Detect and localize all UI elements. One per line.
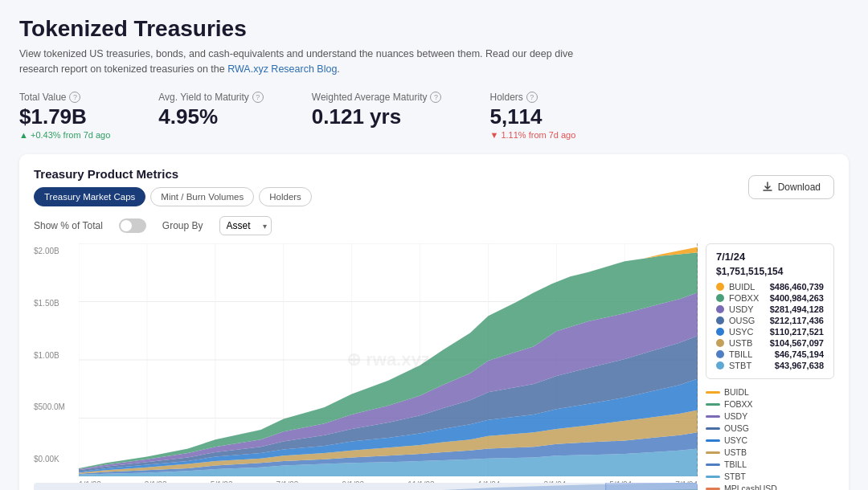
tooltip-row: BUIDL $486,460,739 <box>716 282 824 292</box>
legend-row: OUSG <box>706 423 834 433</box>
page-description: View tokenized US treasuries, bonds, and… <box>19 47 582 77</box>
tooltip-dot <box>716 339 724 347</box>
tab-group: Treasury Market Caps Mint / Burn Volumes… <box>34 187 312 206</box>
legend-row: USTB <box>706 447 834 457</box>
y-label-2: $1.00B <box>34 351 74 360</box>
tooltip-dot <box>716 361 724 370</box>
legend-item-name: USYC <box>724 435 747 445</box>
holders-change: ▼ 1.11% from 7d ago <box>489 130 575 140</box>
tooltip-item-name: TBILL <box>729 349 763 359</box>
group-by-label: Group By <box>162 220 203 231</box>
header-section: Tokenized Treasuries View tokenized US t… <box>19 16 849 77</box>
chart-with-yaxis: $2.00B $1.50B $1.00B $500.0M $0.00K ⊕ rw… <box>34 243 698 476</box>
metric-total-value: Total Value ? $1.79B ▲ +0.43% from 7d ag… <box>19 92 110 141</box>
legend-line <box>706 439 720 442</box>
tooltip-item-value: $281,494,128 <box>770 304 824 314</box>
metric-weighted-maturity: Weighted Average Maturity ? 0.121 yrs <box>312 92 442 141</box>
legend-item-name: BUIDL <box>724 387 749 397</box>
tooltip-row: TBILL $46,745,194 <box>716 349 824 359</box>
tooltip-item-value: $43,967,638 <box>775 361 824 370</box>
tab-holders[interactable]: Holders <box>259 187 312 206</box>
tooltip-item-value: $400,984,263 <box>770 293 824 303</box>
area-chart-svg <box>79 243 698 476</box>
tooltip-row: OUSG $212,117,436 <box>716 316 824 325</box>
tooltip-item-name: OUSG <box>729 316 763 325</box>
tooltip-item-name: USDY <box>729 304 763 314</box>
total-value-info-icon[interactable]: ? <box>69 92 80 103</box>
legend-row: FOBXX <box>706 399 834 409</box>
legend-line <box>706 427 720 430</box>
minimap[interactable] <box>34 483 698 490</box>
metrics-row: Total Value ? $1.79B ▲ +0.43% from 7d ag… <box>19 92 849 141</box>
legend-box: BUIDL FOBXX USDY OUSG USYC USTB TBILL ST… <box>706 387 834 490</box>
tab-treasury-market-caps[interactable]: Treasury Market Caps <box>34 187 145 206</box>
legend-item-name: USTB <box>724 447 747 457</box>
metric-holders: Holders ? 5,114 ▼ 1.11% from 7d ago <box>489 92 575 141</box>
tooltip-items: BUIDL $486,460,739 FOBXX $400,984,263 US… <box>716 282 824 370</box>
y-label-4: $0.00K <box>34 455 74 463</box>
legend-row: BUIDL <box>706 387 834 397</box>
tooltip-item-value: $110,217,521 <box>770 327 824 337</box>
metric-avg-yield: Avg. Yield to Maturity ? 4.95% <box>158 92 264 141</box>
legend-line <box>706 403 720 406</box>
show-pct-toggle[interactable] <box>119 218 146 233</box>
research-blog-link[interactable]: RWA.xyz Research Blog <box>227 63 337 75</box>
legend-line <box>706 451 720 454</box>
tooltip-item-value: $104,567,097 <box>770 338 824 348</box>
tooltip-item-name: FOBXX <box>729 293 763 303</box>
legend-line <box>706 488 720 490</box>
download-icon <box>762 182 773 193</box>
svg-rect-16 <box>606 483 698 490</box>
legend-row: MPLcashUSD <box>706 484 834 490</box>
chart-title: Treasury Product Metrics <box>34 167 312 181</box>
tooltip-item-name: USTB <box>729 338 763 348</box>
legend-row: STBT <box>706 472 834 481</box>
avg-yield-value: 4.95% <box>158 105 264 129</box>
tooltip-dot <box>716 294 724 302</box>
tooltip-total: $1,751,515,154 <box>716 266 824 277</box>
y-label-0: $2.00B <box>34 247 74 255</box>
legend-item-name: USDY <box>724 411 747 421</box>
tooltip-dot <box>716 328 724 336</box>
minimap-section: Jan '23 May '23 Sep '23 Jan '24 May '24 … <box>34 483 698 490</box>
y-axis: $2.00B $1.50B $1.00B $500.0M $0.00K <box>34 243 79 476</box>
download-button[interactable]: Download <box>748 175 834 199</box>
legend-line <box>706 415 720 418</box>
avg-yield-info-icon[interactable]: ? <box>252 92 264 103</box>
tab-mint-burn[interactable]: Mint / Burn Volumes <box>150 187 254 206</box>
tooltip-row: FOBXX $400,984,263 <box>716 293 824 303</box>
legend-item-name: FOBXX <box>724 399 753 409</box>
holders-info-icon[interactable]: ? <box>526 92 538 103</box>
legend-row: USYC <box>706 435 834 445</box>
tooltip-item-value: $486,460,739 <box>770 282 824 292</box>
group-by-select[interactable]: Asset Issuer Chain <box>219 216 272 235</box>
total-value-change: ▲ +0.43% from 7d ago <box>19 130 110 140</box>
tooltip-dot <box>716 316 724 325</box>
weighted-maturity-info-icon[interactable]: ? <box>430 92 441 103</box>
holders-value: 5,114 <box>489 105 575 129</box>
show-pct-label: Show % of Total <box>34 220 103 231</box>
legend-item-name: MPLcashUSD <box>724 484 777 490</box>
tooltip-row: STBT $43,967,638 <box>716 361 824 370</box>
chart-area: $2.00B $1.50B $1.00B $500.0M $0.00K ⊕ rw… <box>34 243 698 490</box>
chart-right: 7/1/24 $1,751,515,154 BUIDL $486,460,739… <box>706 243 834 490</box>
tooltip-item-name: BUIDL <box>729 282 763 292</box>
y-label-1: $1.50B <box>34 299 74 308</box>
tooltip-row: USDY $281,494,128 <box>716 304 824 314</box>
legend-item-name: OUSG <box>724 423 749 433</box>
legend-item-name: STBT <box>724 472 746 481</box>
legend-line <box>706 463 720 466</box>
controls-row: Show % of Total Group By Asset Issuer Ch… <box>34 216 834 235</box>
tooltip-dot <box>716 350 724 358</box>
tooltip-item-name: USYC <box>729 327 763 337</box>
tooltip-item-value: $46,745,194 <box>775 349 824 359</box>
legend-line <box>706 476 720 478</box>
tooltip-item-name: STBT <box>729 361 763 370</box>
tooltip-dot <box>716 305 724 313</box>
y-label-3: $500.0M <box>34 402 74 411</box>
tooltip-dot <box>716 283 724 291</box>
tooltip-item-value: $212,117,436 <box>770 316 824 325</box>
page-title: Tokenized Treasuries <box>19 16 849 42</box>
chart-card: Treasury Product Metrics Treasury Market… <box>19 154 849 490</box>
legend-row: TBILL <box>706 459 834 469</box>
